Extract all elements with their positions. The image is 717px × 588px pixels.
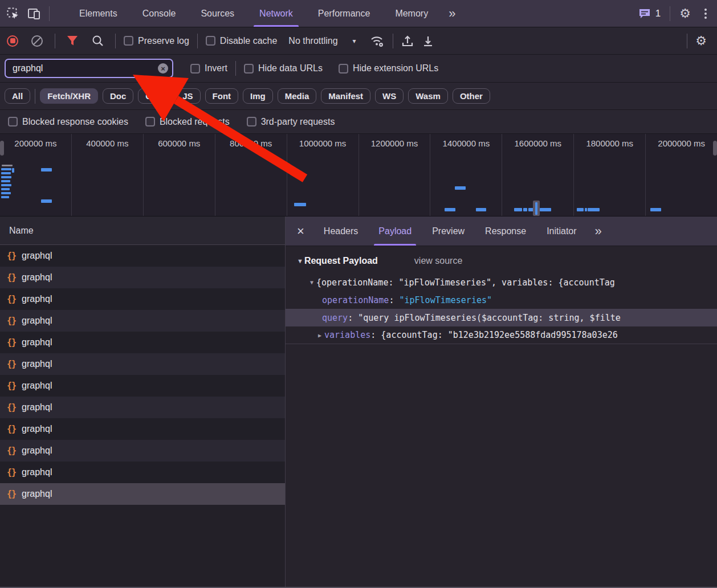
- blocked-filter-checkbox[interactable]: Blocked requests: [145, 117, 230, 127]
- panel-tab[interactable]: Memory: [382, 0, 441, 27]
- request-timing-bar: [476, 208, 486, 211]
- panel-tab[interactable]: Sources: [188, 0, 247, 27]
- type-filter-chip[interactable]: All: [5, 88, 30, 104]
- more-tabs-icon[interactable]: »: [441, 6, 462, 21]
- type-filter-chip[interactable]: Fetch/XHR: [40, 88, 98, 104]
- type-filter-chip[interactable]: [35, 89, 35, 104]
- details-tab[interactable]: Payload: [368, 217, 422, 246]
- divider: [670, 6, 670, 21]
- timeline-tick-label: 2000000 ms: [646, 134, 717, 216]
- name-column-header[interactable]: Name: [0, 217, 285, 245]
- type-filter-chip[interactable]: Media: [278, 88, 317, 104]
- disable-cache-checkbox[interactable]: Disable cache: [206, 36, 278, 46]
- inspect-element-icon[interactable]: [7, 7, 19, 20]
- type-filter-chip[interactable]: Manifest: [321, 88, 370, 104]
- request-timing-bar: [577, 208, 584, 211]
- timeline-tick-label: 1400000 ms: [430, 134, 502, 216]
- main-menu-icon[interactable]: [700, 9, 711, 19]
- request-row[interactable]: {} graphql: [0, 310, 285, 332]
- clear-button[interactable]: [31, 35, 43, 47]
- record-button[interactable]: [7, 35, 18, 47]
- request-timing-bar: [713, 141, 717, 156]
- json-request-icon: {}: [7, 467, 16, 477]
- blocked-filter-checkbox[interactable]: 3rd-party requests: [247, 117, 335, 127]
- request-row[interactable]: {} graphql: [0, 267, 285, 288]
- json-request-icon: {}: [7, 316, 16, 326]
- chevron-down-icon: ▾: [353, 37, 356, 45]
- type-filter-chip[interactable]: WS: [375, 88, 404, 104]
- request-timing-bar: [1, 180, 10, 182]
- filter-input[interactable]: [6, 63, 172, 74]
- details-tab[interactable]: Response: [475, 217, 536, 246]
- preserve-log-checkbox[interactable]: Preserve log: [124, 36, 189, 46]
- search-icon[interactable]: [92, 35, 104, 47]
- collapse-triangle-icon[interactable]: ▼: [297, 258, 303, 264]
- hide-extension-urls-checkbox[interactable]: Hide extension URLs: [339, 63, 438, 74]
- request-row[interactable]: {} graphql: [0, 462, 285, 483]
- hide-data-urls-checkbox[interactable]: Hide data URLs: [244, 63, 323, 74]
- checkbox[interactable]: [206, 36, 215, 46]
- type-filter-chip[interactable]: Other: [453, 88, 490, 104]
- network-settings-gear-icon[interactable]: ⚙: [695, 35, 707, 47]
- request-row[interactable]: {} graphql: [0, 353, 285, 375]
- checkbox[interactable]: [124, 36, 133, 46]
- view-source-link[interactable]: view source: [414, 256, 462, 266]
- type-filter-chip[interactable]: CSS: [138, 88, 170, 104]
- expand-triangle-icon[interactable]: ▶: [315, 332, 324, 338]
- request-timing-bar: [1, 192, 11, 194]
- filter-toggle-icon[interactable]: [67, 35, 78, 46]
- request-row[interactable]: {} graphql: [0, 375, 285, 397]
- details-tab[interactable]: Headers: [313, 217, 368, 246]
- request-name: graphql: [22, 467, 52, 477]
- settings-gear-icon[interactable]: ⚙: [679, 7, 691, 20]
- request-row[interactable]: {} graphql: [0, 418, 285, 440]
- type-filter-chip[interactable]: Img: [243, 88, 273, 104]
- collapse-triangle-icon[interactable]: ▼: [307, 279, 316, 285]
- network-conditions-icon[interactable]: [370, 35, 385, 47]
- type-filter-chip[interactable]: Doc: [103, 88, 133, 104]
- blocked-filter-checkbox[interactable]: Blocked response cookies: [8, 117, 128, 127]
- request-row[interactable]: {} graphql: [0, 483, 285, 505]
- request-name: graphql: [22, 316, 52, 326]
- clear-filter-icon[interactable]: ×: [158, 63, 168, 74]
- details-tab[interactable]: Initiator: [536, 217, 586, 246]
- import-har-icon[interactable]: [401, 35, 414, 47]
- timeline-columns: 200000 ms400000 ms600000 ms800000 ms1000…: [0, 134, 717, 216]
- divider: [393, 34, 393, 48]
- type-filter-chip[interactable]: Wasm: [408, 88, 448, 104]
- type-filter-chip[interactable]: JS: [175, 88, 200, 104]
- request-row[interactable]: {} graphql: [0, 397, 285, 418]
- panel-tab[interactable]: Elements: [67, 0, 130, 27]
- request-timing-bar: [1, 176, 11, 178]
- json-request-icon: {}: [7, 359, 16, 369]
- throttling-select[interactable]: No throttling ▾: [288, 36, 356, 46]
- json-request-icon: {}: [7, 489, 16, 499]
- request-row[interactable]: {} graphql: [0, 332, 285, 353]
- payload-variables-row[interactable]: ▶ variables: {accountTag: "b12e3b2192ee5…: [286, 326, 717, 344]
- invert-checkbox[interactable]: Invert: [190, 63, 227, 74]
- request-row[interactable]: {} graphql: [0, 288, 285, 310]
- json-request-icon: {}: [7, 424, 16, 434]
- request-row[interactable]: {} graphql: [0, 245, 285, 267]
- more-details-tabs-icon[interactable]: »: [587, 224, 609, 239]
- export-har-icon[interactable]: [422, 35, 434, 47]
- device-toolbar-icon[interactable]: [27, 7, 41, 20]
- request-timing-bar: [12, 168, 14, 173]
- network-overview-timeline[interactable]: 200000 ms400000 ms600000 ms800000 ms1000…: [0, 134, 717, 217]
- panel-tabs: ElementsConsoleSourcesNetworkPerformance…: [67, 0, 441, 27]
- payload-operationname-row[interactable]: operationName: "ipFlowTimeseries": [286, 291, 717, 309]
- issues-counter[interactable]: 1: [638, 8, 661, 19]
- details-tab[interactable]: Preview: [422, 217, 475, 246]
- panel-tab[interactable]: Performance: [305, 0, 383, 27]
- panel-tab[interactable]: Console: [130, 0, 189, 27]
- request-timing-bar: [41, 199, 52, 203]
- payload-summary-row[interactable]: ▼ {operationName: "ipFlowTimeseries", va…: [286, 273, 717, 291]
- request-timing-bar: [0, 141, 4, 156]
- divider: [55, 34, 55, 48]
- panel-tab[interactable]: Network: [247, 0, 305, 27]
- type-filter-chip[interactable]: Font: [205, 88, 238, 104]
- close-icon[interactable]: ×: [286, 224, 313, 239]
- request-row[interactable]: {} graphql: [0, 440, 285, 462]
- payload-query-row[interactable]: query: "query ipFlowTimeseries($accountT…: [286, 309, 717, 326]
- divider: [49, 6, 50, 21]
